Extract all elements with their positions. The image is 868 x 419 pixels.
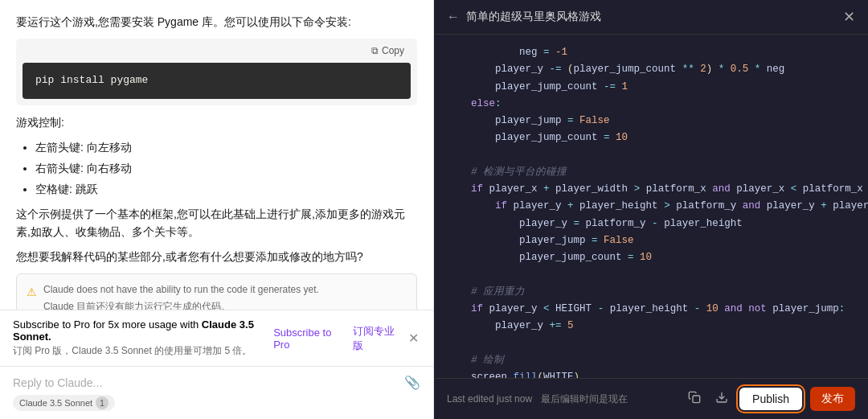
code-line-14: # 应用重力: [447, 284, 855, 301]
input-bar: Reply to Claude... 📎 Claude 3.5 Sonnet 1: [0, 366, 433, 419]
question-text: 您想要我解释代码的某些部分,或者您有什么想要添加或修改的地方吗?: [16, 248, 417, 265]
footer-last-edited-zh: 最后编辑时间是现在: [541, 393, 628, 405]
footer-right: Publish 发布: [685, 387, 855, 411]
copy-button-top[interactable]: ⧉ Copy: [366, 43, 409, 58]
code-line-0: neg = -1: [447, 44, 855, 61]
model-count-icon: 1: [96, 396, 108, 409]
download-icon-footer[interactable]: [712, 388, 731, 410]
code-line-12: player_jump_count = 10: [447, 249, 855, 266]
code-line-7: # 检测与平台的碰撞: [447, 164, 855, 181]
code-line-17: [447, 335, 855, 351]
right-title: 简单的超级马里奥风格游戏: [466, 10, 601, 24]
subscribe-text-1: Subscribe to Pro for 5x more usage with: [13, 318, 199, 331]
control-item-2: 右箭头键: 向右移动: [35, 159, 417, 177]
svg-rect-0: [693, 396, 700, 403]
install-code-block: ⧉ Copy pip install pygame: [16, 39, 417, 105]
code-line-6: [447, 147, 855, 164]
chat-content: 要运行这个游戏,您需要安装 Pygame 库。您可以使用以下命令安装: ⧉ Co…: [0, 0, 433, 310]
warning-en: Claude does not have the ability to run …: [43, 282, 319, 298]
warning-box: ⚠ Claude does not have the ability to ru…: [16, 273, 417, 310]
right-header: ← 简单的超级马里奥风格游戏 ✕: [434, 0, 868, 35]
back-arrow-icon[interactable]: ←: [447, 10, 460, 24]
right-panel: ← 简单的超级马里奥风格游戏 ✕ neg = -1 player_y -= (p…: [434, 0, 868, 419]
closing-text: 这个示例提供了一个基本的框架,您可以在此基础上进行扩展,添加更多的游戏元素,如敌…: [16, 205, 417, 241]
model-badge: Claude 3.5 Sonnet 1: [13, 395, 115, 411]
code-line-11: player_jump = False: [447, 232, 855, 249]
code-line-8: if player_x + player_width > platform_x …: [447, 181, 855, 198]
code-line-16: player_y += 5: [447, 318, 855, 335]
code-line-13: [447, 266, 855, 283]
input-placeholder[interactable]: Reply to Claude...: [13, 376, 102, 389]
code-line-19: screen.fill(WHITE): [447, 369, 855, 378]
warning-icon: ⚠: [27, 283, 37, 301]
install-command: pip install pygame: [23, 63, 411, 99]
subscribe-link-en[interactable]: Subscribe to Pro: [273, 327, 343, 351]
publish-button[interactable]: Publish: [739, 388, 802, 410]
attach-icon[interactable]: 📎: [404, 375, 420, 390]
code-line-18: # 绘制: [447, 352, 855, 369]
code-line-2: player_jump_count -= 1: [447, 79, 855, 96]
subscribe-line2: 订阅 Pro 版，Claude 3.5 Sonnet 的使用量可增加 5 倍。: [13, 344, 273, 358]
code-line-3: else:: [447, 96, 855, 113]
code-line-10: player_y = platform_y - player_height: [447, 216, 855, 232]
controls-list: 左箭头键: 向左移动 右箭头键: 向右移动 空格键: 跳跃: [16, 138, 417, 199]
faburen-button[interactable]: 发布: [810, 387, 855, 411]
subscribe-link-zh[interactable]: 订阅专业版: [353, 324, 400, 353]
input-row: Reply to Claude... 📎: [13, 375, 420, 390]
control-item-3: 空格键: 跳跃: [35, 180, 417, 198]
copy-icon-top: ⧉: [371, 45, 379, 56]
controls-title: 游戏控制:: [16, 113, 417, 131]
subscribe-actions: Subscribe to Pro 订阅专业版 ✕: [273, 324, 420, 353]
close-right-button[interactable]: ✕: [843, 8, 855, 26]
code-line-1: player_y -= (player_jump_count ** 2) * 0…: [447, 61, 855, 78]
subscribe-line1: Subscribe to Pro for 5x more usage with …: [13, 318, 273, 343]
left-panel: 要运行这个游戏,您需要安装 Pygame 库。您可以使用以下命令安装: ⧉ Co…: [0, 0, 434, 419]
warning-text: Claude does not have the ability to run …: [43, 282, 319, 310]
warning-zh: Claude 目前还没有能力运行它生成的代码。: [43, 299, 319, 310]
code-line-5: player_jump_count = 10: [447, 129, 855, 146]
model-name: Claude 3.5 Sonnet: [19, 398, 92, 408]
code-area: neg = -1 player_y -= (player_jump_count …: [434, 35, 868, 378]
subscribe-bar: Subscribe to Pro for 5x more usage with …: [0, 310, 433, 366]
subscribe-text-area: Subscribe to Pro for 5x more usage with …: [13, 318, 273, 358]
code-line-15: if player_y < HEIGHT - player_height - 1…: [447, 301, 855, 318]
close-subscribe-button[interactable]: ✕: [407, 331, 420, 346]
control-item-1: 左箭头键: 向左移动: [35, 138, 417, 156]
copy-icon-footer[interactable]: [685, 388, 704, 410]
right-footer: Last edited just now 最后编辑时间是现在 Publish 发…: [434, 378, 868, 419]
right-header-left: ← 简单的超级马里奥风格游戏: [447, 10, 601, 24]
code-block-header: ⧉ Copy: [16, 39, 417, 63]
footer-last-edited: Last edited just now 最后编辑时间是现在: [447, 392, 628, 406]
code-line-9: if player_y + player_height > platform_y…: [447, 198, 855, 215]
intro-text: 要运行这个游戏,您需要安装 Pygame 库。您可以使用以下命令安装:: [16, 13, 417, 31]
footer-last-edited-en: Last edited just now: [447, 393, 532, 405]
code-line-4: player_jump = False: [447, 113, 855, 129]
model-info: Claude 3.5 Sonnet 1: [13, 395, 420, 411]
